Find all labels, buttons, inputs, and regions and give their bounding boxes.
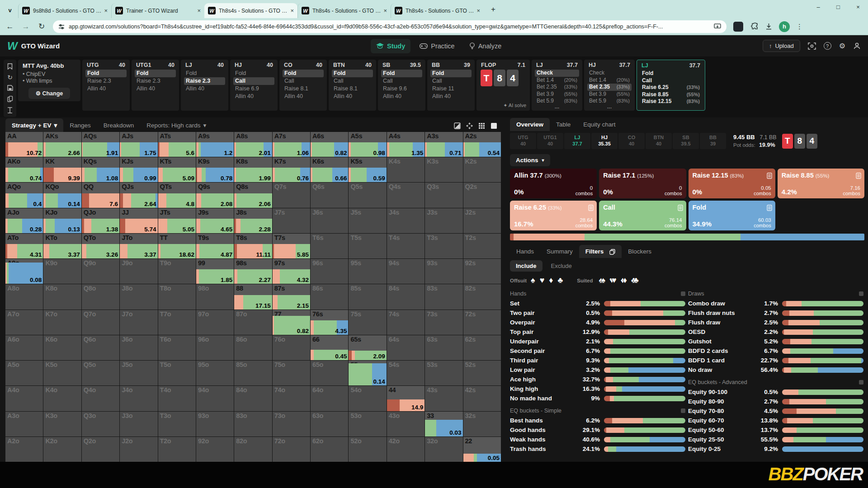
- matrix-cell-K7o[interactable]: K7o: [43, 310, 81, 335]
- filter-row[interactable]: Low pair3.2%: [510, 365, 685, 375]
- actions-dropdown[interactable]: Actions ▾: [510, 154, 550, 166]
- matrix-cell-T2s[interactable]: T2s: [463, 234, 501, 258]
- action-option[interactable]: Allin 40: [332, 93, 373, 100]
- profile-avatar[interactable]: h: [779, 21, 790, 32]
- matrix-cell-AQo[interactable]: AQo0.4: [5, 183, 43, 207]
- matrix-cell-92s[interactable]: 92s: [463, 259, 501, 284]
- range-list-icon[interactable]: [678, 203, 683, 211]
- matrix-cell-KQo[interactable]: KQo0.14: [43, 183, 81, 207]
- matrix-cell-76o[interactable]: 76o: [273, 335, 310, 360]
- action-option[interactable]: Raise 8.85(55%): [640, 91, 702, 99]
- matrix-cell-82o[interactable]: 82o: [234, 437, 272, 462]
- matrix-cell-83o[interactable]: 83o: [234, 412, 272, 436]
- matrix-cell-42s[interactable]: 42s: [463, 386, 501, 411]
- screen-capture-icon[interactable]: [808, 42, 816, 50]
- matrix-cell-A9o[interactable]: A9o0.08: [5, 259, 43, 284]
- reload-icon[interactable]: ↻: [37, 22, 46, 31]
- filter-row[interactable]: Second pair6.7%: [510, 346, 685, 356]
- matrix-cell-J3s[interactable]: J3s: [425, 208, 462, 233]
- action-option[interactable]: Fold: [640, 70, 702, 77]
- matrix-cell-J9o[interactable]: J9o: [120, 259, 157, 284]
- section-options-icon[interactable]: [681, 291, 685, 296]
- filter-row[interactable]: BDFD 1 card22.7%: [688, 356, 863, 365]
- matrix-cell-T7o[interactable]: T7o: [158, 310, 196, 335]
- matrix-cell-Q2o[interactable]: Q2o: [82, 437, 119, 462]
- action-option[interactable]: Check: [587, 70, 632, 77]
- exclude-button[interactable]: Exclude: [545, 260, 578, 272]
- matrix-cell-Q8o[interactable]: Q8o: [82, 284, 119, 309]
- matrix-cell-Q2s[interactable]: Q2s: [463, 183, 501, 207]
- position-panel-LJ[interactable]: LJ37.7FoldCallRaise 6.25(33%)Raise 8.85(…: [637, 60, 705, 111]
- help-icon[interactable]: ?: [824, 42, 831, 50]
- matrix-cell-65o[interactable]: 65o: [311, 361, 348, 385]
- tab-close-icon[interactable]: ×: [383, 7, 387, 14]
- tab-close-icon[interactable]: ×: [104, 7, 108, 14]
- matrix-cell-22[interactable]: 220.05: [463, 437, 501, 462]
- matrix-cell-JTo[interactable]: JTo3.37: [120, 234, 157, 258]
- matrix-cell-53s[interactable]: 53s: [425, 361, 462, 385]
- tab-reports-high-cards[interactable]: Reports: High cards▾: [140, 118, 212, 132]
- matrix-cell-A6s[interactable]: A6s0.82: [311, 132, 348, 157]
- position-panel-BTN[interactable]: BTN40FoldCallRaise 8.1Allin 40: [329, 60, 376, 111]
- section-options-icon[interactable]: [681, 408, 685, 413]
- matrix-cell-44[interactable]: 4414.9: [387, 386, 425, 411]
- hand-history-icon[interactable]: [7, 96, 13, 102]
- position-panel-LJ[interactable]: LJ37.7CheckBet 1.4(20%)Bet 2.35(33%)Bet …: [532, 60, 582, 111]
- matrix-cell-96o[interactable]: 96o: [196, 335, 234, 360]
- extension-shortcut-icon[interactable]: [733, 22, 743, 32]
- matrix-cell-A4s[interactable]: A4s1.35: [387, 132, 425, 157]
- filter-row[interactable]: Flush draw nuts2.7%: [688, 308, 863, 318]
- matrix-cell-Q5s[interactable]: Q5s: [349, 183, 386, 207]
- suit-icon[interactable]: ♠: [531, 276, 535, 285]
- action-option[interactable]: Fold: [332, 70, 373, 77]
- matrix-cell-A6o[interactable]: A6o: [5, 335, 43, 360]
- tab-hands[interactable]: Hands: [510, 245, 540, 258]
- tab-blockers[interactable]: Blockers: [622, 245, 658, 258]
- matrix-cell-QTo[interactable]: QTo3.26: [82, 234, 119, 258]
- action-button-raise-6-25[interactable]: Raise 6.25(33%)16.7%28.64combos: [510, 201, 597, 230]
- filter-row[interactable]: Equity 60-7013.8%: [688, 416, 863, 425]
- matrix-cell-QJo[interactable]: QJo1.38: [82, 208, 119, 233]
- filter-row[interactable]: No made hand9%: [510, 394, 685, 403]
- matrix-cell-84s[interactable]: 84s: [387, 284, 425, 309]
- matrix-cell-92o[interactable]: 92o: [196, 437, 234, 462]
- matrix-cell-Q9s[interactable]: Q9s2.08: [196, 183, 234, 207]
- mini-position-LJ[interactable]: LJ37.7: [564, 133, 590, 149]
- range-list-icon[interactable]: [856, 171, 861, 179]
- filter-row[interactable]: Ace high32.7%: [510, 375, 685, 384]
- back-icon[interactable]: ←: [5, 22, 14, 31]
- matrix-cell-AJo[interactable]: AJo0.28: [5, 208, 43, 233]
- matrix-cell-KTo[interactable]: KTo3.37: [43, 234, 81, 258]
- filter-row[interactable]: Good hands29.1%: [510, 425, 685, 435]
- filter-row[interactable]: Two pair0.5%: [510, 308, 685, 318]
- matrix-cell-63o[interactable]: 63o: [311, 412, 348, 436]
- action-option[interactable]: Raise 12.15(83%): [640, 98, 702, 105]
- action-option[interactable]: Allin 40: [233, 93, 274, 100]
- position-panel-HJ[interactable]: HJ40FoldCallRaise 6.9Allin 40: [230, 60, 278, 111]
- mini-position-UTG1[interactable]: UTG140: [537, 133, 563, 149]
- matrix-cell-T2o[interactable]: T2o: [158, 437, 196, 462]
- matrix-cell-A3s[interactable]: A3s0.71: [425, 132, 462, 157]
- matrix-cell-A7s[interactable]: A7s1.06: [273, 132, 310, 157]
- action-option[interactable]: Call: [283, 77, 324, 85]
- minimize-button[interactable]: –: [808, 0, 828, 14]
- more-actions[interactable]: ...: [535, 105, 579, 108]
- mini-position-UTG[interactable]: UTG40: [510, 133, 536, 149]
- matrix-cell-64s[interactable]: 64s: [387, 335, 425, 360]
- action-option[interactable]: Fold: [85, 70, 127, 77]
- position-panel-SB[interactable]: SB39.5FoldCallRaise 9.6Allin 40: [378, 60, 425, 111]
- matrix-cell-63s[interactable]: 63s: [425, 335, 462, 360]
- matrix-cell-54s[interactable]: 54s: [387, 361, 425, 385]
- action-button-fold[interactable]: Fold34.9%60.03combos: [689, 201, 775, 230]
- matrix-cell-85s[interactable]: 85s: [349, 284, 386, 309]
- matrix-cell-74o[interactable]: 74o: [273, 386, 310, 411]
- position-panel-LJ[interactable]: LJ40FoldRaise 2.3Allin 40: [181, 60, 228, 111]
- matrix-cell-K2s[interactable]: K2s: [463, 157, 501, 182]
- filter-row[interactable]: Equity 90-1000.5%: [688, 387, 863, 397]
- filter-row[interactable]: Combo draw1.7%: [688, 299, 863, 308]
- matrix-cell-J6o[interactable]: J6o: [120, 335, 157, 360]
- matrix-cell-A8s[interactable]: A8s2.01: [234, 132, 272, 157]
- filter-row[interactable]: Gutshot5.2%: [688, 337, 863, 346]
- matrix-cell-K4s[interactable]: K4s: [387, 157, 425, 182]
- matrix-cell-K5o[interactable]: K5o: [43, 361, 81, 385]
